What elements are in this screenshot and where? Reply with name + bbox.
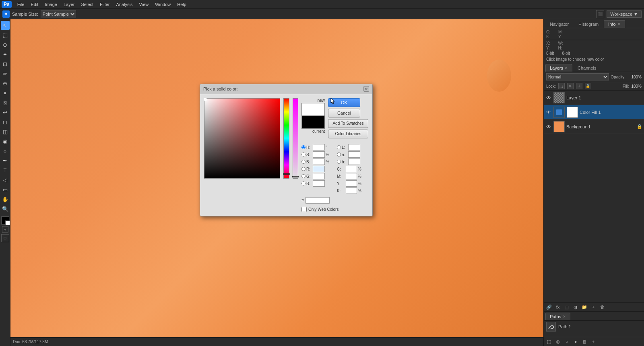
hand-tool[interactable]: ✋ xyxy=(1,195,10,204)
brush-tool[interactable]: ✦ xyxy=(1,89,10,97)
brightness-radio[interactable] xyxy=(301,160,305,164)
menu-view[interactable]: View xyxy=(136,1,152,8)
gradient-tool[interactable]: ◫ xyxy=(1,127,10,136)
lock-transparent-btn[interactable]: ⬚ xyxy=(558,83,565,89)
history-brush-tool[interactable]: ↩ xyxy=(1,108,10,117)
fill-path-btn[interactable]: ● xyxy=(572,338,579,345)
c-value-input[interactable]: 0 xyxy=(346,166,357,172)
layer-item[interactable]: 👁 Background 🔒 xyxy=(544,119,644,134)
hex-input[interactable]: ffffff xyxy=(305,197,330,204)
add-to-swatches-button[interactable]: Add To Swatches xyxy=(328,119,368,128)
tab-info[interactable]: Info ✕ xyxy=(604,20,625,28)
blue-value-input[interactable]: 255 xyxy=(313,180,325,187)
sample-size-select[interactable]: Point Sample xyxy=(41,10,76,18)
eyedropper-tool[interactable]: ✏ xyxy=(1,69,10,78)
saturation-value-input[interactable]: 0 xyxy=(313,151,325,158)
blur-tool[interactable]: ◉ xyxy=(1,137,10,146)
screen-mode-btn[interactable]: ⬛ xyxy=(596,10,604,18)
path-select-tool[interactable]: ◁ xyxy=(1,175,10,184)
new-layer-btn[interactable]: + xyxy=(590,303,597,311)
eraser-tool[interactable]: ◻ xyxy=(1,117,10,126)
menu-analysis[interactable]: Analysis xyxy=(113,1,136,8)
info-tab-close[interactable]: ✕ xyxy=(617,22,621,26)
red-radio[interactable] xyxy=(301,167,305,171)
b3-value-input[interactable]: 0 xyxy=(348,159,360,165)
pen-tool[interactable]: ✒ xyxy=(1,156,10,165)
green-value-input[interactable]: 255 xyxy=(313,173,325,179)
hue-value-input[interactable]: 0 xyxy=(313,144,325,150)
zoom-tool[interactable]: 🔍 xyxy=(1,204,10,213)
tab-navigator[interactable]: Navigator xyxy=(545,20,573,28)
dialog-close-button[interactable]: ✕ xyxy=(363,86,369,92)
tab-paths[interactable]: Paths ✕ xyxy=(545,313,570,320)
menu-filter[interactable]: Filter xyxy=(97,1,113,8)
b3-radio[interactable] xyxy=(337,160,341,164)
color-libraries-button[interactable]: Color Libraries xyxy=(328,130,368,138)
add-mask-btn[interactable]: ⬚ xyxy=(563,303,570,311)
brightness-value-input[interactable]: 100 xyxy=(313,159,325,165)
blue-radio[interactable] xyxy=(301,181,305,185)
foreground-color[interactable] xyxy=(1,216,9,224)
tab-histogram[interactable]: Histogram xyxy=(574,20,603,28)
a-radio[interactable] xyxy=(337,152,341,157)
path-item[interactable]: Path 1 xyxy=(544,321,644,333)
screen-mode-tool[interactable]: □ xyxy=(1,234,9,242)
canvas-area[interactable]: Doc: 68.7M/117.3M Pick a solid color: ✕ xyxy=(10,19,543,346)
hue-radio[interactable] xyxy=(301,145,305,149)
menu-layer[interactable]: Layer xyxy=(60,1,78,8)
k-value-input[interactable]: 0 xyxy=(346,187,357,194)
lasso-tool[interactable]: ⊙ xyxy=(1,40,10,49)
magic-wand-tool[interactable]: ✦ xyxy=(1,50,10,59)
add-group-btn[interactable]: 📁 xyxy=(581,303,588,311)
dodge-tool[interactable]: ○ xyxy=(1,146,10,155)
stroke-path-btn[interactable]: ○ xyxy=(563,338,570,345)
healing-tool[interactable]: ⊕ xyxy=(1,79,10,88)
y-value-input[interactable]: 0 xyxy=(346,180,357,187)
layer-visibility-eye[interactable]: 👁 xyxy=(545,109,552,115)
layers-tab-close[interactable]: ✕ xyxy=(565,66,568,70)
delete-path-btn[interactable]: 🗑 xyxy=(581,338,588,345)
layer-visibility-eye[interactable]: 👁 xyxy=(545,95,552,101)
menu-file[interactable]: File xyxy=(14,1,28,8)
path-to-selection-btn[interactable]: ⬚ xyxy=(545,338,553,345)
lock-pixels-btn[interactable]: ✏ xyxy=(567,83,574,89)
only-web-colors-checkbox[interactable] xyxy=(301,207,307,212)
lock-all-btn[interactable]: 🔒 xyxy=(585,83,591,89)
new-path-btn[interactable]: + xyxy=(590,338,597,345)
cancel-button[interactable]: Cancel xyxy=(328,109,360,117)
shape-tool[interactable]: ▭ xyxy=(1,185,10,194)
layer-item[interactable]: 👁 Layer 1 xyxy=(544,91,644,105)
color-gradient-picker[interactable] xyxy=(204,98,280,179)
a-value-input[interactable]: 0 xyxy=(348,151,360,158)
ok-button[interactable]: OK xyxy=(328,98,360,107)
workspace-btn[interactable]: Workspace ▼ xyxy=(607,10,642,18)
alpha-slider[interactable] xyxy=(293,98,298,179)
layer-effects-btn[interactable]: fx xyxy=(554,303,561,311)
saturation-radio[interactable] xyxy=(301,152,305,157)
hue-slider[interactable] xyxy=(283,98,289,179)
tab-layers[interactable]: Layers ✕ xyxy=(545,64,572,72)
paths-tab-close[interactable]: ✕ xyxy=(563,315,566,319)
delete-layer-btn[interactable]: 🗑 xyxy=(599,303,606,311)
crop-tool[interactable]: ⊡ xyxy=(1,60,10,68)
layer-item[interactable]: 👁 Color Fill 1 xyxy=(544,105,644,119)
menu-window[interactable]: Window xyxy=(152,1,174,8)
clone-stamp-tool[interactable]: ⎘ xyxy=(1,98,10,107)
marquee-tool[interactable]: ⬚ xyxy=(1,31,10,39)
menu-help[interactable]: Help xyxy=(174,1,190,8)
red-value-input[interactable]: 255 xyxy=(313,166,325,172)
selection-to-path-btn[interactable]: ◎ xyxy=(554,338,561,345)
layer-visibility-eye[interactable]: 👁 xyxy=(545,124,552,130)
blend-mode-select[interactable]: Normal xyxy=(546,73,609,80)
green-radio[interactable] xyxy=(301,174,305,178)
tab-channels[interactable]: Channels xyxy=(573,64,601,72)
type-tool[interactable]: T xyxy=(1,166,10,175)
add-adjustment-btn[interactable]: ◑ xyxy=(572,303,579,311)
link-layers-btn[interactable]: 🔗 xyxy=(545,303,553,311)
lock-position-btn[interactable]: ✛ xyxy=(576,83,582,89)
m-value-input[interactable]: 0 xyxy=(346,173,357,179)
swatch-new-color[interactable] xyxy=(301,103,325,116)
menu-edit[interactable]: Edit xyxy=(27,1,41,8)
l-radio[interactable] xyxy=(337,145,341,149)
quick-mask-btn[interactable]: ⬦ xyxy=(2,226,8,233)
